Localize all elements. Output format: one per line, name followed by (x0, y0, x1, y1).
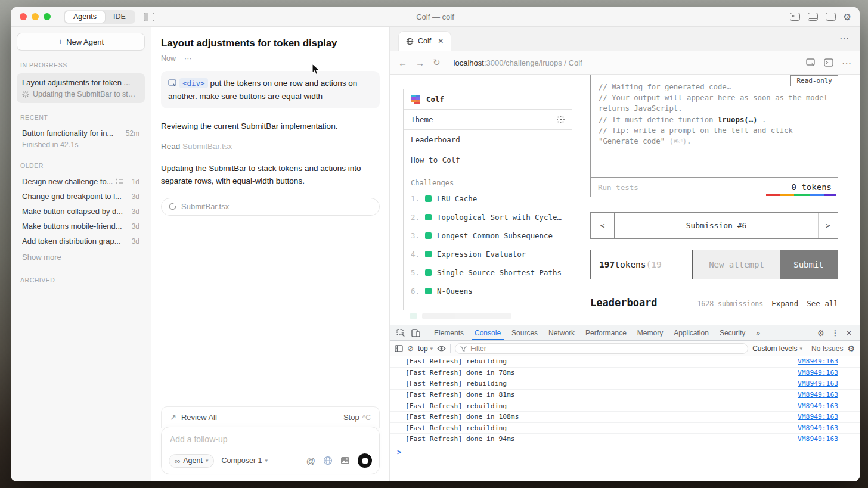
custom-levels-dropdown[interactable]: Custom levels▾ (752, 344, 802, 353)
devtools-tab-sources[interactable]: Sources (506, 325, 543, 340)
sidebar-toggle-icon[interactable] (144, 13, 154, 21)
right-panel-icon[interactable] (826, 13, 836, 21)
devtools-settings-icon[interactable]: ⚙ (814, 328, 827, 338)
inspect-element-icon[interactable] (393, 325, 408, 340)
console-settings-icon[interactable]: ⚙ (847, 344, 855, 353)
url-bar[interactable]: localhost:3000/challenge/lruops / Colf (454, 58, 582, 67)
device-toolbar-icon[interactable] (408, 325, 423, 340)
show-more-button[interactable]: Show more (17, 248, 145, 266)
forward-icon[interactable]: → (416, 58, 424, 68)
image-icon[interactable] (340, 456, 350, 465)
tabstrip-more-button[interactable]: ⋯ (839, 33, 850, 44)
loading-arc-icon (169, 203, 176, 210)
new-attempt-button[interactable]: New attempt (692, 250, 780, 279)
code-editor[interactable]: Read-only // Waiting for generated code…… (590, 75, 838, 197)
bottom-panel-icon[interactable] (808, 13, 818, 21)
source-link[interactable]: VM8949:163 (798, 424, 838, 432)
source-link[interactable]: VM8949:163 (798, 358, 838, 365)
challenge-item-lru-cache[interactable]: 1. LRU Cache (404, 189, 572, 208)
previous-submission-button[interactable]: < (591, 213, 615, 238)
clear-console-icon[interactable]: ⊘ (407, 344, 414, 353)
conversation-menu-button[interactable]: ··· (184, 54, 192, 63)
next-submission-button[interactable]: > (818, 213, 838, 238)
source-link[interactable]: VM8949:163 (798, 413, 838, 421)
console-sidebar-icon[interactable] (395, 345, 403, 352)
devtools-tab-performance[interactable]: Performance (580, 325, 632, 340)
sidebar-item-active-task[interactable]: Layout adjustments for token ... Updatin… (17, 73, 145, 103)
editor-status-bar: Run tests 0 tokens (591, 177, 838, 197)
tab-agents[interactable]: Agents (65, 11, 105, 23)
console-drawer-icon[interactable] (824, 58, 833, 67)
globe-icon[interactable] (323, 456, 333, 465)
sidebar-item-older-2[interactable]: Make button collapsed by d... 3d (17, 204, 145, 219)
devtools-tab-application[interactable]: Application (668, 325, 714, 340)
checklist-icon (116, 178, 123, 185)
challenge-item-lcs[interactable]: 3. Longest Common Subsequence (404, 226, 572, 245)
source-link[interactable]: VM8949:163 (798, 435, 838, 443)
followup-input[interactable]: Add a follow-up (169, 434, 372, 444)
source-link[interactable]: VM8949:163 (798, 402, 838, 410)
element-select-icon[interactable] (806, 58, 816, 67)
close-window-button[interactable] (20, 13, 27, 20)
console-prompt[interactable]: > (390, 445, 860, 456)
challenge-item-topological-sort[interactable]: 2. Topological Sort with Cycle… (404, 208, 572, 226)
devtools-tab-elements[interactable]: Elements (429, 325, 469, 340)
submit-button[interactable]: Submit (780, 250, 838, 279)
submission-navigator: < Submission #6 > (590, 212, 838, 239)
challenge-item-expression-evaluator[interactable]: 4. Expression Evaluator (404, 245, 572, 263)
settings-gear-icon[interactable]: ⚙ (844, 13, 851, 21)
source-link[interactable]: VM8949:163 (798, 391, 838, 399)
agent-mode-dropdown[interactable]: ∞ Agent ▾ (169, 454, 214, 468)
no-issues-label[interactable]: No Issues (811, 344, 843, 353)
devtools-tab-memory[interactable]: Memory (632, 325, 668, 340)
task-finished-label: Finished in 42.1s (17, 141, 145, 151)
context-selector[interactable]: top▾ (418, 344, 433, 353)
zoom-window-button[interactable] (44, 13, 51, 20)
sidebar-item-recent-task[interactable]: Button functionality for in... 52m (17, 126, 145, 141)
sidebar-item-older-0[interactable]: Design new challenge fo... 1d (17, 174, 145, 189)
more-tabs-button[interactable]: » (751, 325, 765, 340)
nav-item-how-to-colf[interactable]: How to Colf (404, 150, 572, 170)
devtools-tab-network[interactable]: Network (543, 325, 580, 340)
source-link[interactable]: VM8949:163 (798, 369, 838, 377)
tab-ide[interactable]: IDE (105, 11, 134, 23)
review-bar: ↗ Review All Stop ^C (161, 406, 380, 428)
tab-close-icon[interactable]: ✕ (438, 37, 444, 45)
sidebar-item-older-1[interactable]: Change grid breakpoint to l... 3d (17, 189, 145, 204)
run-tests-button[interactable]: Run tests (591, 178, 653, 197)
submission-label: Submission #6 (615, 213, 818, 238)
devtools-close-icon[interactable]: ✕ (843, 329, 855, 337)
expand-link[interactable]: Expand (771, 299, 798, 308)
challenge-item-shortest-paths[interactable]: 5. Single-Source Shortest Paths (404, 263, 572, 282)
new-agent-button[interactable]: + New Agent (17, 33, 145, 51)
navbar-more-button[interactable]: ⋯ (842, 57, 851, 69)
reload-icon[interactable]: ↻ (433, 57, 441, 68)
read-file-line[interactable]: Read SubmitBar.tsx (161, 142, 380, 151)
console-filter-input[interactable]: Filter (455, 343, 748, 354)
browser-tab-colf[interactable]: Colf ✕ (398, 31, 451, 51)
review-all-button[interactable]: Review All (181, 413, 217, 422)
challenge-item-n-queens[interactable]: 6. N-Queens (404, 282, 572, 300)
eye-icon[interactable] (437, 346, 446, 352)
stop-button[interactable]: Stop (343, 413, 359, 422)
devtools-tab-console[interactable]: Console (469, 325, 506, 340)
mention-icon[interactable]: @ (306, 456, 315, 466)
nav-item-theme[interactable]: Theme (404, 110, 572, 130)
nav-item-leaderboard[interactable]: Leaderboard (404, 130, 572, 150)
stop-generation-button[interactable] (358, 453, 372, 468)
sidebar-item-older-4[interactable]: Add token distribution grap... 3d (17, 234, 145, 248)
terminal-panel-icon[interactable] (790, 13, 800, 21)
back-icon[interactable]: ← (398, 58, 407, 68)
kebab-menu-icon[interactable]: ⋮ (829, 329, 842, 337)
minimize-window-button[interactable] (32, 13, 39, 20)
source-link[interactable]: VM8949:163 (798, 380, 838, 387)
composer-dropdown[interactable]: Composer 1 ▾ (221, 456, 268, 465)
see-all-link[interactable]: See all (807, 299, 838, 308)
sidebar-item-older-3[interactable]: Make buttons mobile-friend... 3d (17, 219, 145, 234)
colf-brand-row[interactable]: Colf (404, 89, 572, 110)
element-tag-chip[interactable]: <div> (179, 78, 208, 88)
mode-switcher: Agents IDE (64, 10, 135, 24)
devtools-tab-security[interactable]: Security (714, 325, 751, 340)
nav-label: How to Colf (411, 156, 460, 164)
editing-file-pill[interactable]: SubmitBar.tsx (161, 198, 380, 216)
